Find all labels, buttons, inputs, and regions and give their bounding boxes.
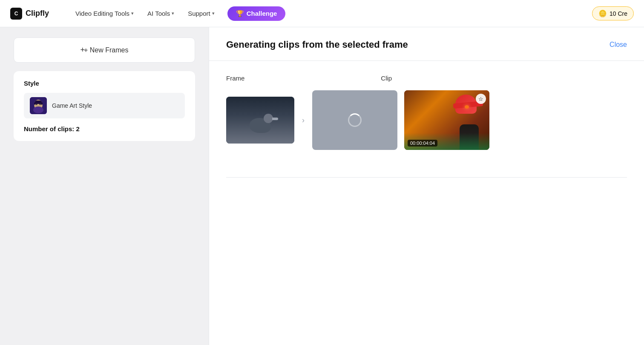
chevron-down-icon: ▾ [172,11,174,16]
nav-support[interactable]: Support ▾ [182,6,221,20]
nav-ai-tools-label: AI Tools [147,10,170,17]
style-thumbnail [30,97,47,114]
main-layout: + + New Frames Style [0,27,644,345]
credits-badge[interactable]: 🪙 10 Cre [592,6,634,20]
clip-column-label: Clip [381,75,392,82]
new-frames-label: + New Frames [84,46,128,54]
clips-row: › 00:00:04:04 ☆ [226,90,627,150]
chevron-down-icon: ▾ [131,11,134,16]
nav-video-editing[interactable]: Video Editing Tools ▾ [69,6,140,20]
source-frame[interactable] [226,97,294,144]
content-header: Generating clips from the selected frame… [209,27,644,61]
svg-rect-4 [41,102,43,105]
logo-icon: C [10,8,22,20]
logo[interactable]: C Clipfly [10,8,49,20]
loading-spinner [348,113,362,127]
svg-point-5 [33,106,43,113]
svg-rect-2 [35,101,42,104]
close-button[interactable]: Close [610,41,627,49]
bird-shape [247,114,273,135]
new-frames-button[interactable]: + + New Frames [14,37,195,63]
frame-column-label: Frame [226,75,244,82]
logo-text: Clipfly [26,9,49,18]
style-option-label: Game Art Style [52,102,92,109]
favorite-button[interactable]: ☆ [476,94,486,104]
clip-loading [312,90,397,150]
header-right: 🪙 10 Cre [592,6,634,20]
style-thumb-svg [30,97,47,114]
nav-support-label: Support [188,10,210,17]
page-title: Generating clips from the selected frame [226,39,408,50]
credits-coin-icon: 🪙 [598,9,607,17]
svg-point-6 [36,104,37,105]
style-section-label: Style [24,80,185,87]
nav-video-editing-label: Video Editing Tools [75,10,129,17]
clip-duration-badge: 00:00:04:04 [408,140,437,147]
content-area: Generating clips from the selected frame… [209,27,644,345]
svg-rect-3 [34,102,36,105]
svg-point-7 [40,104,41,105]
bird-head [264,114,273,123]
header: C Clipfly Video Editing Tools ▾ AI Tools… [0,0,644,27]
style-card: Style Game Art Style [14,71,195,141]
bird-beak [272,118,278,120]
credits-count: 10 Cre [610,10,627,17]
bird-background [226,97,294,144]
section-divider [226,177,627,178]
challenge-button[interactable]: 🏆 Challenge [227,6,286,21]
chevron-down-icon: ▾ [212,11,215,16]
style-option[interactable]: Game Art Style [24,93,185,118]
arrow-right-icon: › [302,116,305,125]
generation-area: Frame Clip [209,61,644,164]
main-nav: Video Editing Tools ▾ AI Tools ▾ Support… [69,6,285,21]
column-labels: Frame Clip [226,75,627,82]
clips-count: Number of clips: 2 [24,125,185,132]
trophy-icon: 🏆 [236,10,244,17]
clip-generated[interactable]: 00:00:04:04 ☆ [404,90,489,150]
sidebar: + + New Frames Style [0,27,209,345]
challenge-label: Challenge [247,10,277,17]
nav-ai-tools[interactable]: AI Tools ▾ [141,6,180,20]
warrior-eye [465,105,469,109]
